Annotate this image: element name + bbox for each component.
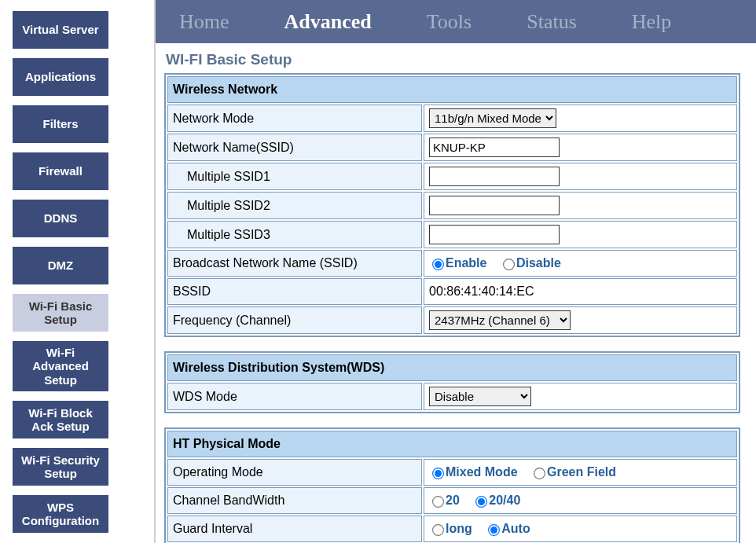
sidebar-item-wifi-advanced-setup[interactable]: Wi-Fi Advanced Setup bbox=[13, 341, 108, 391]
mssid1-label: Multiple SSID1 bbox=[167, 163, 422, 190]
sidebar-item-ddns[interactable]: DDNS bbox=[13, 200, 108, 237]
mssid3-input[interactable] bbox=[429, 225, 560, 244]
mssid2-input[interactable] bbox=[429, 196, 560, 215]
ht-table: HT Physical Mode Operating Mode Mixed Mo… bbox=[164, 427, 740, 543]
guard-interval-label: Guard Interval bbox=[167, 515, 422, 542]
gi-long-label: long bbox=[446, 522, 472, 535]
network-mode-select[interactable]: 11b/g/n Mixed Mode bbox=[429, 108, 556, 128]
broadcast-ssid-label: Broadcast Network Name (SSID) bbox=[167, 250, 422, 277]
network-mode-label: Network Mode bbox=[167, 105, 422, 132]
mssid3-label: Multiple SSID3 bbox=[167, 221, 422, 248]
top-nav: Home Advanced Tools Status Help bbox=[156, 0, 756, 43]
cbw-20-label: 20 bbox=[446, 493, 460, 507]
page-title: WI-FI Basic Setup bbox=[166, 51, 740, 68]
sidebar-item-wps-configuration[interactable]: WPS Configuration bbox=[13, 495, 108, 533]
broadcast-enable-radio[interactable] bbox=[432, 259, 444, 270]
wds-table: Wireless Distribution System(WDS) WDS Mo… bbox=[164, 351, 740, 413]
broadcast-disable-radio[interactable] bbox=[503, 259, 515, 270]
sidebar: Virtual Server Applications Filters Fire… bbox=[0, 0, 154, 543]
sidebar-item-dmz[interactable]: DMZ bbox=[13, 247, 108, 284]
cbw-20-radio[interactable] bbox=[432, 496, 444, 508]
broadcast-disable-label: Disable bbox=[516, 256, 561, 270]
topnav-home[interactable]: Home bbox=[179, 10, 229, 34]
channel-bandwidth-label: Channel BandWidth bbox=[167, 487, 422, 514]
sidebar-item-filters[interactable]: Filters bbox=[13, 105, 108, 143]
op-green-label: Green Field bbox=[547, 465, 616, 479]
ht-header: HT Physical Mode bbox=[167, 431, 737, 457]
bssid-label: BSSID bbox=[167, 278, 422, 305]
topnav-tools[interactable]: Tools bbox=[427, 10, 472, 34]
ssid-input[interactable] bbox=[429, 138, 560, 157]
sidebar-item-wifi-block-ack-setup[interactable]: Wi-Fi Block Ack Setup bbox=[13, 401, 108, 438]
cbw-2040-label: 20/40 bbox=[489, 493, 520, 507]
mssid2-label: Multiple SSID2 bbox=[167, 192, 422, 219]
gi-long-radio[interactable] bbox=[432, 524, 444, 536]
wds-header: Wireless Distribution System(WDS) bbox=[167, 354, 737, 381]
sidebar-item-firewall[interactable]: Firewall bbox=[13, 152, 108, 190]
op-green-radio[interactable] bbox=[534, 468, 545, 479]
topnav-status[interactable]: Status bbox=[527, 10, 577, 34]
sidebar-item-wifi-security-setup[interactable]: Wi-Fi Security Setup bbox=[13, 448, 108, 486]
wds-mode-select[interactable]: Disable bbox=[429, 387, 531, 406]
wds-mode-label: WDS Mode bbox=[167, 383, 422, 410]
sidebar-item-applications[interactable]: Applications bbox=[13, 58, 108, 96]
topnav-help[interactable]: Help bbox=[632, 10, 672, 34]
gi-auto-radio[interactable] bbox=[488, 524, 500, 536]
cbw-2040-radio[interactable] bbox=[475, 496, 487, 508]
wireless-network-table: Wireless Network Network Mode 11b/g/n Mi… bbox=[164, 73, 740, 337]
frequency-select[interactable]: 2437MHz (Channel 6) bbox=[429, 310, 571, 330]
ssid-label: Network Name(SSID) bbox=[167, 134, 422, 161]
topnav-advanced[interactable]: Advanced bbox=[284, 10, 372, 34]
frequency-label: Frequency (Channel) bbox=[167, 306, 422, 334]
sidebar-item-virtual-server[interactable]: Virtual Server bbox=[13, 11, 108, 49]
op-mixed-label: Mixed Mode bbox=[446, 465, 518, 479]
bssid-value: 00:86:41:40:14:EC bbox=[424, 278, 737, 305]
gi-auto-label: Auto bbox=[501, 522, 530, 535]
broadcast-enable-label: Enable bbox=[446, 256, 486, 270]
mssid1-input[interactable] bbox=[429, 167, 560, 186]
sidebar-item-wifi-basic-setup[interactable]: Wi-Fi Basic Setup bbox=[13, 294, 108, 332]
wireless-network-header: Wireless Network bbox=[167, 76, 737, 103]
operating-mode-label: Operating Mode bbox=[167, 459, 422, 486]
op-mixed-radio[interactable] bbox=[432, 468, 444, 479]
